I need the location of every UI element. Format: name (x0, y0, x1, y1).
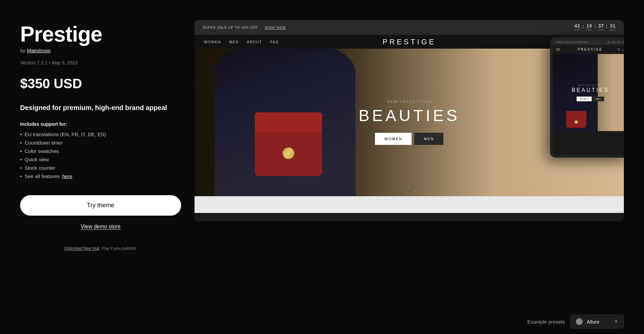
sale-text: SUPER SALE UP TO 40% OFF (203, 26, 258, 30)
announcement-left: SUPER SALE UP TO 40% OFF SHOP NOW (203, 26, 286, 30)
announcement-bar: SUPER SALE UP TO 40% OFF SHOP NOW 42 DAY… (195, 20, 624, 35)
nav-about[interactable]: ABOUT (247, 40, 262, 44)
hero-content: NEW COLLECTION BEAUTIES WOMEN MEN (359, 100, 460, 145)
nav-faq[interactable]: FAQ (270, 40, 279, 44)
new-collection-label: NEW COLLECTION (359, 100, 460, 104)
left-panel: Prestige by Maestrooo Version 7.2.1 • Ma… (20, 20, 181, 251)
hero-buttons: WOMEN MEN (359, 133, 460, 145)
theme-title: Prestige (20, 23, 181, 45)
tablet-hero-content: NEW COLLECTION BEAUTIES WOMEN MEN (572, 84, 609, 101)
by-label: by (20, 48, 25, 53)
tablet-timer-text: 42 : 18 : 34 : 29 (608, 41, 624, 43)
try-theme-button[interactable]: Try theme (20, 195, 181, 216)
preview-bottom (195, 196, 624, 213)
tablet-new-collection: NEW COLLECTION (572, 84, 609, 86)
example-presets-label: Example presets (527, 319, 565, 325)
chevron-down-icon: ▼ (614, 319, 618, 324)
tablet-hamburger-icon[interactable] (556, 48, 560, 51)
store-logo: PRESTIGE (382, 38, 436, 46)
tablet-navbar: PRESTIGE ⚲ ◿ (553, 45, 624, 54)
hero-men-button[interactable]: MEN (414, 133, 443, 145)
view-demo-button[interactable]: View demo store (20, 221, 181, 232)
preview-panel: SUPER SALE UP TO 40% OFF SHOP NOW 42 DAY… (195, 20, 624, 221)
author-link[interactable]: Maestrooo (27, 48, 51, 53)
theme-price: $350 USD (20, 76, 181, 91)
timer-colon-3: : (606, 23, 608, 29)
tablet-clasp (575, 120, 578, 124)
tablet-bag (566, 111, 586, 128)
timer-hours: 19 HRS (586, 23, 592, 32)
tablet-hero: NEW COLLECTION BEAUTIES WOMEN MEN (553, 54, 624, 131)
tablet-nav-icons: ⚲ ◿ (618, 48, 624, 51)
bag-flap (255, 112, 322, 132)
tablet-preview: SUPER SALE UP TO 40% OFF 42 : 18 : 34 : … (550, 37, 624, 158)
tablet-search-icon[interactable]: ⚲ (618, 48, 620, 51)
free-trial-link[interactable]: Unlimited free trial (64, 246, 99, 251)
shop-now-link[interactable]: SHOP NOW (265, 26, 286, 30)
tablet-cart-icon[interactable]: ◿ (622, 48, 624, 51)
hero-women-button[interactable]: WOMEN (375, 133, 412, 145)
theme-tagline: Designed for premium, high-end brand app… (20, 103, 181, 112)
preset-name: Allure (587, 319, 610, 325)
collection-title: BEAUTIES (359, 106, 460, 125)
timer-days: 42 DAY (575, 23, 580, 32)
preset-selector[interactable]: Allure ▼ (570, 315, 624, 329)
tablet-inner: SUPER SALE UP TO 40% OFF 42 : 18 : 34 : … (553, 40, 624, 155)
tablet-announcement: SUPER SALE UP TO 40% OFF 42 : 18 : 34 : … (553, 40, 624, 45)
bag-clasp (282, 147, 294, 159)
features-list: EU translations (EN, FR, IT, DE, ES) Cou… (20, 131, 181, 182)
feature-item-5: Stock counter (20, 165, 181, 171)
timer-colon-1: : (582, 23, 584, 29)
timer-minutes: 37 MIN (598, 23, 604, 32)
handbag (255, 122, 322, 176)
version-info: Version 7.2.1 • May 9, 2023 (20, 60, 181, 65)
feature-item-3: Color swatches (20, 148, 181, 154)
countdown-timer: 42 DAY : 19 HRS : 37 MIN : 31 (575, 23, 616, 32)
free-trial-text: Unlimited free trial. Pay if you publish… (20, 246, 181, 251)
tablet-logo: PRESTIGE (578, 48, 603, 51)
tablet-buttons: WOMEN MEN (572, 97, 609, 101)
timer-colon-2: : (594, 23, 596, 29)
tablet-title: BEAUTIES (572, 87, 609, 93)
nav-men[interactable]: MEN (229, 40, 239, 44)
feature-item-1: EU translations (EN, FR, IT, DE, ES) (20, 131, 181, 137)
nav-women[interactable]: WOMEN (204, 40, 221, 44)
theme-author: by Maestrooo (20, 48, 181, 53)
nav-links: WOMEN MEN ABOUT FAQ (204, 40, 279, 44)
feature-item-4: Quick view (20, 157, 181, 162)
feature-item-2: Countdown timer (20, 140, 181, 146)
timer-seconds: 31 SEC (610, 23, 616, 32)
preset-dot (576, 318, 583, 325)
bottom-bar: Example presets Allure ▼ (0, 309, 644, 334)
tablet-timer: 42 : 18 : 34 : 29 (608, 41, 624, 43)
feature-item-6: See all features here (20, 173, 181, 179)
includes-label: Includes support for: (20, 121, 181, 127)
see-all-link[interactable]: here (62, 173, 72, 179)
tablet-sale-text: SUPER SALE UP TO 40% OFF (556, 41, 589, 43)
tablet-men-btn[interactable]: MEN (593, 97, 604, 101)
tablet-women-btn[interactable]: WOMEN (577, 97, 592, 101)
scroll-indicator[interactable]: ⌄ (405, 181, 414, 191)
trial-suffix: . Pay if you publish. (99, 246, 137, 251)
